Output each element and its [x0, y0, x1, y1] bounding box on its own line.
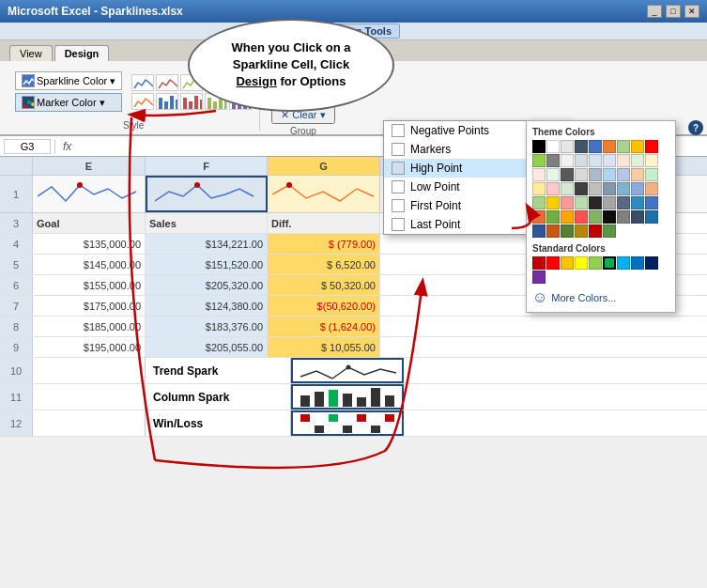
theme-color-swatch[interactable] [645, 168, 658, 181]
standard-color-swatch[interactable] [561, 256, 574, 270]
more-colors-link[interactable]: ☺ More Colors... [532, 289, 669, 306]
theme-color-swatch[interactable] [617, 210, 630, 224]
theme-color-swatch[interactable] [589, 168, 602, 181]
standard-color-swatch[interactable] [589, 256, 602, 270]
theme-color-swatch[interactable] [575, 196, 588, 209]
standard-color-swatch[interactable] [631, 256, 644, 270]
cell-f3[interactable]: Sales [146, 213, 268, 233]
theme-color-swatch[interactable] [589, 196, 602, 209]
theme-color-swatch[interactable] [589, 224, 602, 238]
theme-color-swatch[interactable] [561, 140, 574, 153]
theme-color-swatch[interactable] [631, 154, 644, 167]
theme-color-swatch[interactable] [532, 140, 546, 153]
help-button[interactable]: ? [688, 120, 703, 135]
cell-e5[interactable]: $145,000.00 [33, 255, 146, 274]
theme-color-swatch[interactable] [575, 168, 588, 181]
theme-color-swatch[interactable] [546, 224, 560, 238]
style-option-1[interactable] [131, 74, 154, 91]
cell-f8[interactable]: $183,376.00 [146, 317, 268, 336]
theme-color-swatch[interactable] [603, 140, 616, 153]
theme-color-swatch[interactable] [603, 168, 616, 181]
col-header-f[interactable]: F [146, 157, 268, 175]
theme-color-swatch[interactable] [631, 182, 644, 195]
col-header-g[interactable]: G [268, 157, 380, 175]
standard-color-swatch[interactable] [532, 271, 546, 284]
theme-color-swatch[interactable] [575, 210, 588, 224]
theme-color-swatch[interactable] [603, 182, 616, 195]
theme-color-swatch[interactable] [561, 210, 574, 224]
theme-color-swatch[interactable] [645, 154, 658, 167]
marker-color-button[interactable]: Marker Color ▾ [15, 93, 122, 112]
column-spark-visual[interactable] [291, 384, 404, 410]
standard-color-swatch[interactable] [575, 256, 588, 270]
theme-color-swatch[interactable] [617, 140, 630, 153]
spark-cell-g[interactable] [268, 176, 380, 212]
theme-color-swatch[interactable] [645, 210, 658, 224]
theme-color-swatch[interactable] [561, 224, 574, 238]
standard-color-swatch[interactable] [645, 256, 658, 270]
cell-g4[interactable]: $ (779.00) [268, 234, 380, 254]
close-button[interactable]: ✕ [684, 5, 699, 18]
theme-color-swatch[interactable] [617, 182, 630, 195]
cell-f6[interactable]: $205,320.00 [146, 275, 268, 295]
theme-color-swatch[interactable] [561, 196, 574, 209]
cell-e4[interactable]: $135,000.00 [33, 234, 146, 254]
style-option-7[interactable] [156, 93, 178, 110]
theme-color-swatch[interactable] [603, 154, 616, 167]
cell-f9[interactable]: $205,055.00 [146, 337, 268, 357]
cell-f5[interactable]: $151,520.00 [146, 255, 268, 274]
cell-reference-input[interactable] [4, 139, 51, 154]
theme-color-swatch[interactable] [589, 140, 602, 153]
theme-color-swatch[interactable] [532, 154, 546, 167]
theme-color-swatch[interactable] [645, 196, 658, 209]
theme-color-swatch[interactable] [589, 210, 602, 224]
theme-color-swatch[interactable] [617, 196, 630, 209]
cell-g7[interactable]: $(50,620.00) [268, 296, 380, 316]
theme-color-swatch[interactable] [631, 168, 644, 181]
standard-color-swatch[interactable] [532, 256, 546, 270]
cell-f4[interactable]: $134,221.00 [146, 234, 268, 254]
cell-f7[interactable]: $124,380.00 [146, 296, 268, 316]
theme-color-swatch[interactable] [617, 154, 630, 167]
standard-color-swatch[interactable] [546, 256, 560, 270]
theme-color-swatch[interactable] [546, 196, 560, 209]
col-header-e[interactable]: E [33, 157, 146, 175]
theme-color-swatch[interactable] [631, 210, 644, 224]
spark-cell-f[interactable] [146, 176, 268, 212]
cell-g3[interactable]: Diff. [268, 213, 380, 233]
theme-color-swatch[interactable] [532, 196, 546, 209]
theme-color-swatch[interactable] [561, 168, 574, 181]
restore-button[interactable]: □ [666, 5, 681, 18]
cell-g6[interactable]: $ 50,320.00 [268, 275, 380, 295]
tab-view[interactable]: View [9, 45, 53, 61]
style-option-6[interactable] [131, 93, 154, 110]
theme-color-swatch[interactable] [532, 210, 546, 224]
theme-color-swatch[interactable] [532, 224, 546, 238]
theme-color-swatch[interactable] [603, 224, 616, 238]
theme-color-swatch[interactable] [575, 140, 588, 153]
theme-color-swatch[interactable] [645, 140, 658, 153]
cell-g9[interactable]: $ 10,055.00 [268, 337, 380, 357]
theme-color-swatch[interactable] [546, 182, 560, 195]
theme-color-swatch[interactable] [532, 182, 546, 195]
theme-color-swatch[interactable] [561, 154, 574, 167]
theme-color-swatch[interactable] [546, 140, 560, 153]
theme-color-swatch[interactable] [645, 182, 658, 195]
tab-design[interactable]: Design [54, 45, 110, 61]
style-option-2[interactable] [156, 74, 178, 91]
cell-g5[interactable]: $ 6,520.00 [268, 255, 380, 274]
winloss-visual[interactable] [291, 410, 404, 436]
theme-color-swatch[interactable] [575, 154, 588, 167]
theme-color-swatch[interactable] [603, 210, 616, 224]
theme-color-swatch[interactable] [631, 140, 644, 153]
cell-e8[interactable]: $185,000.00 [33, 317, 146, 336]
theme-color-swatch[interactable] [631, 196, 644, 209]
theme-color-swatch[interactable] [546, 210, 560, 224]
theme-color-swatch[interactable] [546, 154, 560, 167]
theme-color-swatch[interactable] [532, 168, 546, 181]
theme-color-swatch[interactable] [575, 224, 588, 238]
cell-e3[interactable]: Goal [33, 213, 146, 233]
theme-color-swatch[interactable] [589, 154, 602, 167]
sparkline-color-button[interactable]: Sparkline Color ▾ [15, 71, 122, 90]
theme-color-swatch[interactable] [603, 196, 616, 209]
